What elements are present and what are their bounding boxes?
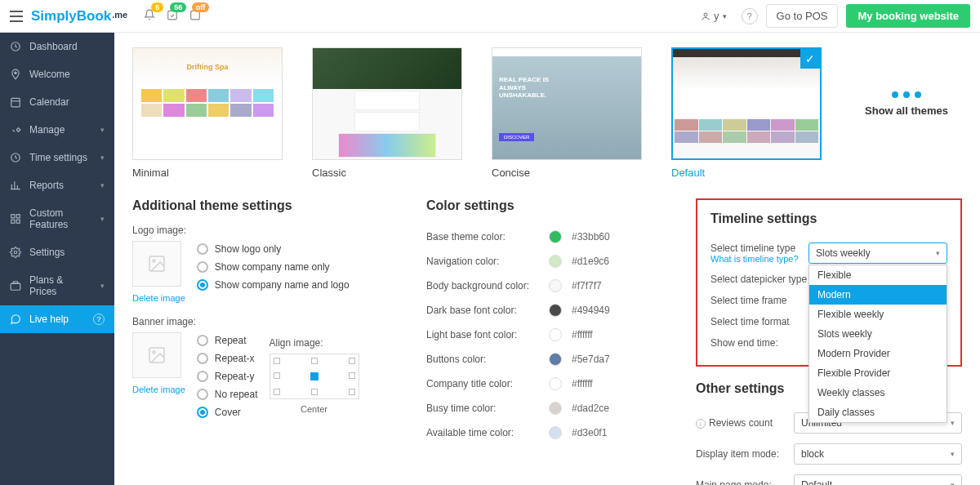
topbar-right: y ▾ ? Go to POS My booking website bbox=[694, 4, 970, 28]
bell-icon[interactable]: 5 bbox=[144, 9, 155, 24]
dropdown-item-modern[interactable]: Modern bbox=[809, 285, 947, 305]
align-tr[interactable] bbox=[349, 358, 355, 364]
dropdown-item-flexible[interactable]: Flexible bbox=[809, 265, 947, 285]
align-image-label: Align image: bbox=[270, 337, 359, 349]
align-tl[interactable] bbox=[274, 358, 280, 364]
align-bc[interactable] bbox=[311, 389, 318, 395]
banner-radio-0[interactable]: Repeat bbox=[197, 332, 258, 349]
theme-thumb-selected[interactable]: ✓ bbox=[671, 47, 822, 160]
timeline-type-select[interactable]: Slots weekly ▾ FlexibleModernFlexible we… bbox=[808, 242, 947, 264]
radio-label: Show company name only bbox=[215, 261, 330, 273]
menu-toggle[interactable] bbox=[10, 11, 23, 22]
dropdown-item-weekly-classes[interactable]: Weekly classes bbox=[809, 383, 947, 403]
display-mode-select[interactable]: block▾ bbox=[794, 443, 962, 465]
sidebar-item-live-help[interactable]: Live help? bbox=[0, 305, 114, 333]
user-menu[interactable]: y ▾ bbox=[694, 7, 733, 25]
layout: DashboardWelcomeCalendarManage▾Time sett… bbox=[0, 33, 980, 485]
theme-thumb[interactable]: REAL PEACE ISALWAYSUNSHAKABLE. DISCOVER bbox=[492, 47, 642, 160]
theme-thumb[interactable]: Drifting Spa bbox=[132, 47, 283, 160]
go-to-pos-button[interactable]: Go to POS bbox=[766, 4, 839, 28]
align-ml[interactable] bbox=[274, 372, 280, 379]
color-swatch[interactable] bbox=[549, 402, 562, 415]
banner-radio-2[interactable]: Repeat-y bbox=[197, 368, 258, 385]
sidebar-item-custom-features[interactable]: Custom Features▾ bbox=[0, 199, 114, 238]
endtime-label: Show end time: bbox=[710, 337, 808, 349]
dropdown-item-modern-provider[interactable]: Modern Provider bbox=[809, 344, 947, 363]
logo-text-suffix: .me bbox=[112, 10, 127, 20]
color-label: Body background color: bbox=[426, 280, 549, 291]
logo-image-placeholder[interactable] bbox=[132, 241, 181, 287]
sidebar-item-reports[interactable]: Reports▾ bbox=[0, 171, 114, 199]
logo-radio-2[interactable]: Show company name and logo bbox=[197, 277, 350, 293]
color-swatch[interactable] bbox=[549, 230, 562, 243]
show-all-themes-button[interactable]: Show all themes bbox=[851, 47, 962, 160]
sidebar-item-time-settings[interactable]: Time settings▾ bbox=[0, 144, 114, 171]
align-center[interactable] bbox=[310, 372, 318, 380]
color-swatch[interactable] bbox=[549, 328, 562, 341]
color-value: #ffffff bbox=[572, 378, 593, 389]
color-swatch[interactable] bbox=[549, 255, 562, 268]
mainpage-mode-select[interactable]: Default▾ bbox=[794, 474, 962, 485]
align-br[interactable] bbox=[349, 389, 355, 395]
banner-image-placeholder[interactable] bbox=[132, 332, 181, 378]
cal-badge: 56 bbox=[170, 2, 186, 12]
sidebar-item-plans-&-prices[interactable]: Plans & Prices▾ bbox=[0, 266, 114, 305]
timeline-type-label: Select timeline type bbox=[710, 242, 808, 254]
color-swatch[interactable] bbox=[549, 353, 562, 366]
sidebar-item-label: Manage bbox=[29, 124, 65, 136]
calendar-check-icon[interactable]: 56 bbox=[167, 9, 178, 24]
color-swatch[interactable] bbox=[549, 279, 562, 292]
dropdown-item-flexible-weekly[interactable]: Flexible weekly bbox=[809, 305, 947, 324]
right-col: Timeline settings Select timeline type W… bbox=[696, 198, 962, 485]
theme-card-classic[interactable]: Classic bbox=[312, 47, 462, 179]
logo-radio-0[interactable]: Show logo only bbox=[197, 241, 350, 257]
reviews-label: iReviews count bbox=[696, 417, 794, 429]
banner-radio-1[interactable]: Repeat-x bbox=[197, 350, 258, 367]
theme-card-default[interactable]: ✓ Default bbox=[671, 47, 822, 179]
logo-radio-1[interactable]: Show company name only bbox=[197, 259, 350, 275]
logo[interactable]: SimplyBook.me bbox=[31, 8, 127, 24]
sidebar-item-label: Settings bbox=[29, 247, 65, 258]
color-value: #ffffff bbox=[572, 329, 593, 340]
theme-card-minimal[interactable]: Drifting Spa Minimal bbox=[132, 47, 283, 179]
help-icon[interactable]: ? bbox=[742, 8, 758, 24]
my-booking-website-button[interactable]: My booking website bbox=[846, 4, 970, 28]
radio-label: Repeat-x bbox=[215, 353, 255, 364]
timeformat-label: Select time format bbox=[710, 316, 808, 327]
align-tc[interactable] bbox=[311, 358, 318, 364]
theme-label: Concise bbox=[492, 167, 642, 179]
datepicker-label: Select datepicker type bbox=[710, 274, 808, 285]
calendar-off-icon[interactable]: off bbox=[189, 9, 201, 24]
delete-banner-link[interactable]: Delete image bbox=[132, 385, 185, 394]
sidebar-item-welcome[interactable]: Welcome bbox=[0, 60, 114, 88]
info-icon[interactable]: i bbox=[696, 419, 706, 429]
sidebar-item-dashboard[interactable]: Dashboard bbox=[0, 33, 114, 60]
sidebar-item-manage[interactable]: Manage▾ bbox=[0, 116, 114, 144]
align-bl[interactable] bbox=[274, 389, 280, 395]
topbar-left: SimplyBook.me 5 56 off bbox=[10, 8, 201, 24]
timeline-type-row: Select timeline type What is timeline ty… bbox=[710, 238, 947, 269]
dropdown-item-daily-classes[interactable]: Daily classes bbox=[809, 403, 947, 422]
dropdown-item-slots-weekly[interactable]: Slots weekly bbox=[809, 324, 947, 344]
theme-label: Default bbox=[671, 167, 822, 179]
theme-card-concise[interactable]: REAL PEACE ISALWAYSUNSHAKABLE. DISCOVER … bbox=[492, 47, 642, 179]
color-swatch[interactable] bbox=[549, 304, 562, 317]
color-value: #494949 bbox=[572, 305, 610, 316]
timeline-type-help-link[interactable]: What is timeline type? bbox=[710, 254, 808, 264]
banner-radio-3[interactable]: No repeat bbox=[197, 386, 258, 403]
section-title: Additional theme settings bbox=[132, 198, 402, 213]
svg-point-2 bbox=[704, 13, 707, 16]
color-swatch[interactable] bbox=[549, 377, 562, 390]
sidebar-item-calendar[interactable]: Calendar bbox=[0, 88, 114, 116]
dropdown-item-flexible-provider[interactable]: Flexible Provider bbox=[809, 363, 947, 383]
banner-radio-4[interactable]: Cover bbox=[197, 404, 258, 420]
theme-thumb[interactable] bbox=[312, 47, 462, 160]
sidebar-item-settings[interactable]: Settings bbox=[0, 238, 114, 266]
color-value: #d3e0f1 bbox=[572, 427, 607, 438]
additional-settings-col: Additional theme settings Logo image: De… bbox=[132, 198, 402, 485]
align-mr[interactable] bbox=[349, 372, 355, 379]
color-swatch[interactable] bbox=[549, 426, 562, 439]
delete-logo-link[interactable]: Delete image bbox=[132, 293, 185, 303]
color-value: #d1e9c6 bbox=[572, 256, 609, 267]
color-label: Navigation color: bbox=[426, 256, 549, 267]
